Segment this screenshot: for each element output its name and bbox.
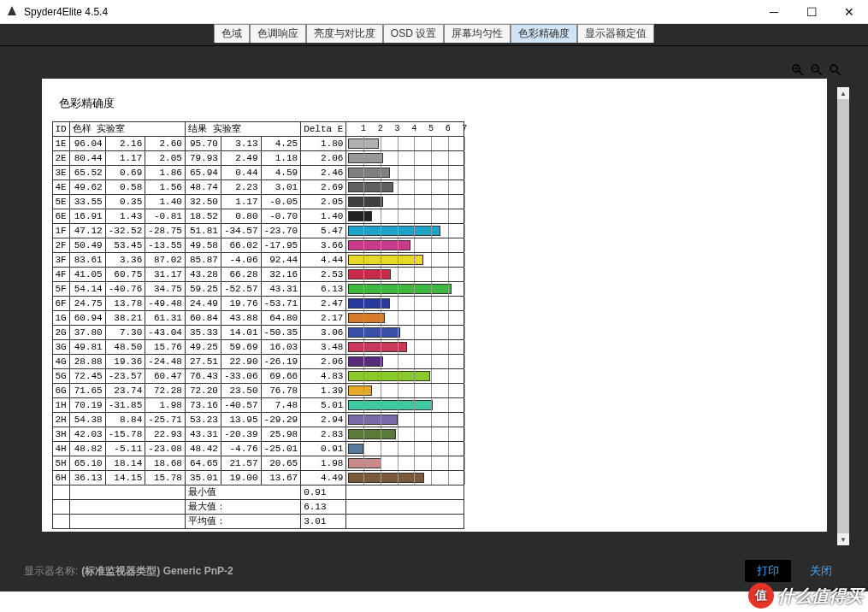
table-row: 2H 54.38 8.84-25.71 53.23 13.95-29.292.9…	[52, 413, 464, 427]
svg-point-7	[830, 65, 837, 72]
table-row: 4F 41.05 60.75 31.17 43.28 66.28 32.162.…	[52, 268, 464, 282]
delta-bar-cell	[346, 369, 464, 384]
workspace: 色彩精确度 ID色样 实验室结果 实验室Delta E12345671E 96.…	[0, 46, 868, 591]
summary-row: 平均值：3.01	[52, 515, 464, 529]
delta-bar	[348, 211, 372, 221]
delta-bar	[348, 327, 399, 338]
footer-bar: 显示器名称: (标准监视器类型) Generic PnP-2 打印 关闭	[0, 550, 868, 591]
summary-row: 最小值0.91	[52, 485, 464, 500]
table-row: 6G 71.65 23.74 72.28 72.20 23.50 76.781.…	[52, 384, 464, 398]
close-panel-button[interactable]: 关闭	[798, 560, 844, 582]
summary-label: 最小值	[185, 485, 300, 500]
delta-bar-cell	[346, 282, 464, 297]
delta-bar	[348, 444, 363, 454]
summary-value: 6.13	[301, 500, 346, 515]
watermark-badge-icon: 值	[748, 583, 774, 609]
scroll-thumb[interactable]	[837, 99, 849, 544]
vertical-scrollbar[interactable]: ▲ ▼	[837, 99, 849, 533]
table-row: 6F 24.75 13.78-49.48 24.49 19.76-53.712.…	[52, 297, 464, 311]
svg-line-8	[836, 71, 841, 75]
delta-bar-cell	[346, 253, 464, 268]
zoom-fit-icon[interactable]	[827, 62, 844, 79]
delta-bar	[348, 153, 383, 163]
tab-5[interactable]: 色彩精确度	[511, 24, 577, 43]
table-row: 3F 83.61 3.36 87.02 85.87-4.06 92.444.44	[52, 253, 464, 268]
delta-bar	[348, 356, 383, 367]
col-result: 结果 实验室	[185, 122, 300, 137]
delta-bar	[348, 342, 407, 352]
delta-bar-cell	[346, 311, 464, 326]
color-accuracy-table: ID色样 实验室结果 实验室Delta E12345671E 96.04 2.1…	[52, 121, 465, 529]
window-buttons: ─ ☐ ✕	[755, 0, 868, 24]
table-row: 5E 33.55 0.35 1.40 32.50 1.17-0.052.05	[52, 195, 464, 209]
delta-bar	[348, 458, 381, 468]
col-id: ID	[52, 122, 69, 137]
table-row: 1H 70.19-31.85 1.98 73.16-40.57 7.485.01	[52, 398, 464, 413]
tab-6[interactable]: 显示器额定值	[577, 24, 654, 43]
tab-4[interactable]: 屏幕均匀性	[444, 24, 511, 43]
delta-bar-cell	[346, 384, 464, 398]
zoom-in-icon[interactable]	[789, 62, 806, 79]
delta-bar-cell	[346, 268, 464, 282]
table-row: 5H 65.10 18.14 18.68 64.65 21.57 20.651.…	[52, 456, 464, 471]
table-row: 6E 16.91 1.43-0.81 18.52 0.80-0.701.40	[52, 209, 464, 224]
summary-label: 平均值：	[185, 515, 300, 529]
delta-bar	[348, 226, 440, 236]
delta-bar	[348, 298, 390, 309]
delta-bar	[348, 400, 433, 410]
monitor-name-label: 显示器名称:	[24, 564, 78, 579]
delta-bar	[348, 371, 429, 381]
watermark: 值 什么值得买	[748, 583, 863, 609]
delta-bar-cell	[346, 456, 464, 471]
table-row: 4E 49.62 0.58 1.56 48.74 2.23 3.012.69	[52, 180, 464, 195]
delta-bar-cell	[346, 471, 464, 485]
summary-value: 3.01	[301, 515, 346, 529]
zoom-out-icon[interactable]	[808, 62, 825, 79]
delta-bar	[348, 168, 389, 178]
table-row: 3G 49.81 48.50 15.76 49.25 59.69 16.033.…	[52, 340, 464, 355]
delta-bar	[348, 313, 385, 323]
minimize-button[interactable]: ─	[755, 0, 793, 24]
col-sample: 色样 实验室	[69, 122, 185, 137]
close-button[interactable]: ✕	[830, 0, 868, 24]
table-row: 2E 80.44 1.17 2.05 79.93 2.49 1.182.06	[52, 151, 464, 166]
tab-2[interactable]: 亮度与对比度	[306, 24, 383, 43]
delta-bar	[348, 269, 391, 280]
delta-bar-cell	[346, 398, 464, 413]
monitor-name-value: (标准监视器类型) Generic PnP-2	[81, 564, 233, 579]
table-row: 4H 48.82-5.11-23.08 48.42-4.76-25.010.91	[52, 442, 464, 456]
tab-1[interactable]: 色调响应	[250, 24, 306, 43]
print-button[interactable]: 打印	[745, 560, 791, 582]
delta-bar	[348, 473, 424, 483]
delta-bar	[348, 255, 423, 265]
delta-bar-cell	[346, 427, 464, 442]
svg-line-1	[799, 71, 803, 75]
zoom-toolbar	[789, 62, 844, 79]
delta-bar-cell	[346, 195, 464, 209]
svg-line-5	[818, 71, 822, 75]
tab-0[interactable]: 色域	[214, 24, 250, 43]
app-icon	[5, 5, 19, 19]
table-row: 2G 37.80 7.30-43.04 35.33 14.01-50.353.0…	[52, 326, 464, 340]
table-row: 1G 60.94 38.21 61.31 60.84 43.88 64.802.…	[52, 311, 464, 326]
delta-bar	[348, 415, 398, 425]
maximize-button[interactable]: ☐	[793, 0, 830, 24]
scroll-up-icon[interactable]: ▲	[837, 87, 849, 99]
delta-bar-cell	[346, 166, 464, 180]
summary-label: 最大值：	[185, 500, 300, 515]
delta-bar-cell	[346, 326, 464, 340]
col-delta: Delta E	[301, 122, 346, 137]
table-row: 1E 96.04 2.16 2.60 95.70 3.13 4.251.80	[52, 137, 464, 151]
delta-bar-cell	[346, 355, 464, 369]
tab-3[interactable]: OSD 设置	[383, 24, 444, 43]
delta-bar	[348, 385, 371, 396]
table-row: 2F 50.49 53.45-13.55 49.58 66.02-17.953.…	[52, 238, 464, 253]
tab-bar: 色域色调响应亮度与对比度OSD 设置屏幕均匀性色彩精确度显示器额定值	[0, 24, 868, 46]
delta-bar	[348, 197, 382, 207]
delta-bar-cell	[346, 238, 464, 253]
page-title: 色彩精确度	[59, 96, 817, 111]
window-title: Spyder4Elite 4.5.4	[24, 6, 755, 18]
scroll-down-icon[interactable]: ▼	[837, 533, 849, 545]
table-row: 4G 28.88 19.36-24.48 27.51 22.90-26.192.…	[52, 355, 464, 369]
delta-bar-cell	[346, 151, 464, 166]
